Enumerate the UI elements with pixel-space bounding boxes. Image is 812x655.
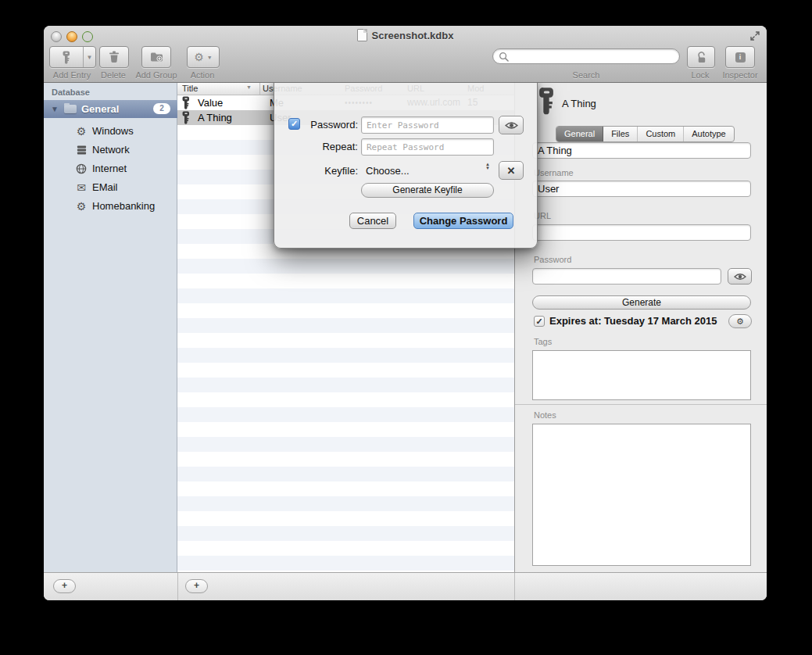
search-input[interactable] (512, 50, 671, 63)
key-icon (50, 51, 83, 64)
titlebar: Screenshot.kdbx (44, 29, 767, 43)
fullscreen-icon[interactable] (749, 30, 760, 41)
password-field[interactable] (532, 268, 721, 285)
gear-icon: ⚙ (75, 197, 88, 216)
bottom-bar: + + (44, 572, 767, 600)
disclosure-triangle-icon[interactable]: ▼ (51, 100, 59, 118)
trash-icon (109, 51, 120, 63)
password-label: Password (534, 255, 571, 264)
sidebar-item-label: EMail (92, 178, 118, 197)
gear-icon: ⚙ (194, 52, 204, 63)
cell-title: Value (198, 95, 223, 110)
sidebar-item-windows[interactable]: ⚙ Windows (44, 122, 177, 141)
lock-button[interactable] (687, 46, 715, 68)
window-header: Screenshot.kdbx ▼ Add Entry Delete (44, 26, 767, 83)
add-entry-label: Add Entry (49, 70, 95, 80)
toolbar-item-inspector: i Inspector (722, 46, 758, 68)
clear-keyfile-button[interactable]: ✕ (499, 161, 524, 180)
cancel-button[interactable]: Cancel (349, 213, 396, 229)
stepper-icon[interactable]: ▲ ▼ (484, 163, 492, 170)
sidebar-item-label: Network (92, 141, 130, 159)
stepper-down-icon: ▼ (485, 166, 490, 170)
delete-label: Delete (99, 70, 127, 80)
tags-field[interactable] (532, 350, 751, 400)
delete-button[interactable] (99, 46, 129, 68)
add-group-button[interactable] (141, 46, 171, 68)
sidebar: Database ▼ General 2 ⚙ Windows Network I… (44, 82, 177, 572)
eye-icon (505, 121, 518, 130)
toolbar-item-action: ⚙ ▼ Action (187, 46, 218, 68)
sidebar-item-label: Internet (92, 159, 127, 178)
lock-label: Lock (687, 70, 714, 80)
globe-icon (75, 159, 88, 178)
notes-field[interactable] (532, 424, 751, 566)
generate-password-button[interactable]: Generate (532, 295, 751, 310)
screenshot-background: Screenshot.kdbx ▼ Add Entry Delete (0, 0, 812, 655)
gear-icon: ⚙ (75, 122, 88, 141)
dialog-password-label: Password: (274, 119, 358, 131)
add-entry-button[interactable]: ▼ (49, 46, 96, 68)
toolbar-item-delete: Delete (99, 46, 127, 68)
sidebar-item-label: Homebanking (92, 197, 155, 216)
footer-divider (514, 573, 515, 600)
title-field[interactable] (532, 142, 751, 159)
sidebar-header: Database (52, 88, 90, 97)
server-icon (75, 141, 88, 159)
tags-label: Tags (534, 337, 552, 346)
search-label: Search (492, 70, 680, 80)
expires-checkbox[interactable]: ✓ (534, 316, 545, 327)
generate-keyfile-button[interactable]: Generate Keyfile (361, 183, 494, 198)
sidebar-item-internet[interactable]: Internet (44, 159, 177, 178)
tab-files[interactable]: Files (603, 127, 638, 141)
lock-icon (696, 51, 707, 64)
username-label: Username (534, 168, 574, 177)
document-icon (357, 29, 367, 41)
eye-icon (734, 273, 746, 281)
column-divider[interactable] (259, 82, 260, 95)
sort-descending-icon: ▼ (246, 84, 252, 90)
tab-general[interactable]: General (556, 127, 603, 141)
footer-divider (177, 573, 178, 600)
sidebar-item-homebanking[interactable]: ⚙ Homebanking (44, 197, 177, 216)
add-entry-caret-icon[interactable]: ▼ (83, 47, 95, 67)
inspector-button[interactable]: i (725, 46, 755, 68)
entry-count-badge: 2 (153, 103, 170, 114)
toolbar-item-lock: Lock (687, 46, 714, 68)
toolbar-item-add-group: Add Group (131, 46, 182, 68)
notes-label: Notes (534, 410, 556, 420)
search-icon (499, 52, 509, 62)
sidebar-item-network[interactable]: Network (44, 141, 177, 159)
dialog-reveal-password-button[interactable] (499, 116, 524, 134)
window-title: Screenshot.kdbx (372, 30, 454, 41)
tab-autotype[interactable]: Autotype (684, 127, 733, 141)
dialog-keyfile-label: Keyfile: (274, 165, 358, 177)
reveal-password-button[interactable] (728, 268, 752, 285)
search-field[interactable] (492, 48, 680, 64)
url-field[interactable] (532, 224, 751, 241)
app-window: Screenshot.kdbx ▼ Add Entry Delete (44, 26, 767, 600)
sidebar-item-email[interactable]: ✉ EMail (44, 178, 177, 197)
action-button[interactable]: ⚙ ▼ (187, 46, 220, 68)
keyfile-popup[interactable]: Choose... (366, 165, 410, 177)
folder-plus-icon (150, 52, 163, 63)
folder-icon (64, 105, 77, 113)
dialog-repeat-input[interactable] (361, 138, 494, 156)
add-entry-plus-button[interactable]: + (185, 579, 208, 593)
sidebar-item-label: Windows (92, 122, 134, 141)
change-password-button[interactable]: Change Password (413, 213, 513, 229)
info-icon: i (735, 52, 746, 63)
expires-settings-button[interactable]: ⚙ (728, 314, 752, 328)
add-group-label: Add Group (131, 70, 182, 80)
key-icon (182, 96, 190, 109)
dialog-password-input[interactable] (361, 116, 494, 134)
inspector-tabs: General Files Custom Autotype (556, 126, 735, 142)
sidebar-group-general[interactable]: ▼ General 2 (44, 100, 177, 118)
inspector-label: Inspector (722, 70, 758, 80)
expires-label: Expires at: Tuesday 17 March 2015 (549, 315, 717, 327)
column-header-title[interactable]: Title (182, 84, 198, 93)
add-group-plus-button[interactable]: + (53, 579, 76, 593)
dialog-repeat-label: Repeat: (274, 141, 358, 152)
username-field[interactable] (532, 181, 751, 197)
toolbar-item-add-entry: ▼ Add Entry (49, 46, 95, 68)
tab-custom[interactable]: Custom (638, 127, 684, 141)
